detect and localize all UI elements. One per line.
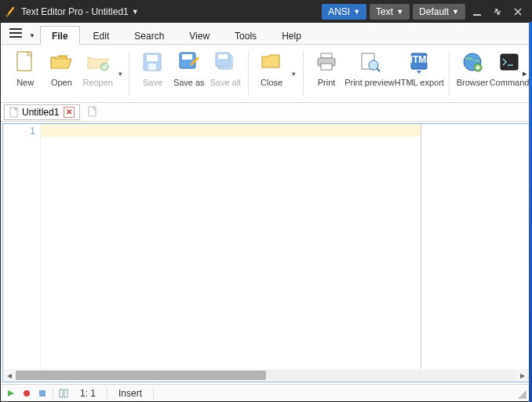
svg-rect-14 [321, 53, 332, 58]
svg-rect-10 [182, 54, 192, 60]
cursor-position: 1: 1 [74, 388, 102, 399]
scroll-left-button[interactable]: ◂ [3, 369, 16, 382]
app-icon [5, 6, 16, 17]
filetype-selector[interactable]: Text▼ [370, 4, 410, 20]
svg-rect-1 [9, 28, 22, 30]
encoding-label: ANSI [328, 6, 350, 17]
maximize-button[interactable] [489, 4, 506, 20]
ribbon-print[interactable]: Print [308, 46, 344, 100]
folder-open-icon [49, 49, 74, 75]
encoding-selector[interactable]: ANSI▼ [322, 4, 366, 20]
ribbon-separator [449, 51, 450, 96]
scroll-right-button[interactable]: ▸ [516, 369, 529, 382]
minimize-button[interactable] [468, 4, 486, 20]
main-menu-dropdown-icon[interactable]: ▼ [29, 32, 35, 39]
position-icon [58, 388, 69, 399]
scroll-track[interactable] [16, 371, 516, 380]
scroll-thumb[interactable] [16, 371, 266, 380]
resize-grip[interactable]: ◢ [518, 387, 527, 400]
svg-rect-28 [60, 389, 63, 397]
svg-rect-8 [148, 64, 156, 70]
save-icon [140, 49, 165, 75]
ribbon-new[interactable]: New [7, 46, 43, 100]
svg-rect-23 [501, 54, 518, 70]
ribbon-separator [129, 51, 129, 96]
new-document-icon [13, 49, 38, 75]
save-as-icon [177, 49, 202, 75]
ribbon-separator [248, 51, 249, 96]
menu-tab-edit[interactable]: Edit [82, 26, 122, 45]
new-document-tab-button[interactable] [88, 106, 99, 119]
svg-rect-2 [9, 32, 22, 34]
ribbon-print-preview[interactable]: Print preview [344, 46, 395, 100]
save-all-icon [213, 49, 238, 75]
document-tab-close-icon[interactable]: ✕ [64, 107, 75, 118]
app-title: Text Editor Pro - Untitled1 [21, 6, 129, 17]
svg-rect-29 [64, 389, 67, 397]
ribbon-open[interactable]: Open [43, 46, 79, 100]
menu-tab-file[interactable]: File [40, 26, 80, 45]
ribbon-save-all: Save all [207, 46, 243, 100]
document-tab[interactable]: Untitled1 ✕ [4, 104, 80, 120]
insert-mode[interactable]: Insert [112, 388, 148, 399]
ribbon-browser[interactable]: Browser [454, 46, 490, 100]
ribbon-save-as[interactable]: Save as [171, 46, 207, 100]
ribbon-reopen[interactable]: Reopen [80, 46, 116, 100]
svg-text:HTML: HTML [407, 54, 431, 65]
printer-icon [314, 49, 339, 75]
ribbon-reopen-dropdown[interactable]: ▾ [116, 46, 125, 100]
macro-play-icon[interactable] [5, 388, 16, 399]
window-right-edge [529, 22, 532, 402]
right-margin [421, 124, 529, 369]
menu-tab-tools[interactable]: Tools [223, 26, 268, 45]
text-area[interactable] [41, 124, 421, 369]
html-export-icon: HTML [406, 49, 432, 75]
terminal-icon [497, 49, 522, 75]
svg-rect-13 [218, 54, 228, 59]
app-name-text: Text Editor Pro [21, 6, 83, 17]
ribbon-separator [303, 51, 304, 96]
theme-selector[interactable]: Default▼ [413, 4, 465, 20]
ribbon-toolbar: New Open Reopen ▾ Save Save as Save all … [1, 45, 531, 103]
svg-rect-16 [321, 64, 332, 70]
editor-pane: 1 ◂ ▸ [2, 123, 530, 382]
title-document: Untitled1 [91, 6, 128, 17]
document-tab-bar: Untitled1 ✕ [1, 103, 531, 122]
close-button[interactable] [509, 4, 527, 20]
svg-rect-3 [9, 36, 22, 38]
folder-close-icon [259, 49, 284, 75]
menu-tab-search[interactable]: Search [122, 26, 176, 45]
ribbon-close-dropdown[interactable]: ▾ [290, 46, 298, 100]
print-preview-icon [357, 49, 382, 75]
status-bar: 1: 1 Insert ◢ [1, 384, 531, 401]
svg-point-5 [100, 63, 108, 71]
macro-record-icon[interactable] [21, 388, 32, 399]
ribbon-save: Save [134, 46, 170, 100]
main-menu-button[interactable] [5, 24, 26, 42]
folder-reopen-icon [86, 49, 111, 75]
document-icon [9, 107, 19, 118]
menu-tab-help[interactable]: Help [270, 26, 313, 45]
svg-point-26 [24, 390, 30, 397]
document-tab-label: Untitled1 [22, 107, 59, 118]
svg-rect-7 [147, 55, 158, 61]
editor-body[interactable]: 1 [3, 124, 529, 369]
line-number: 1 [3, 126, 35, 137]
line-number-gutter: 1 [3, 124, 41, 369]
ribbon-html-export[interactable]: HTML HTML export [395, 46, 444, 100]
theme-label: Default [419, 6, 449, 17]
menu-bar: ▼ File Edit Search View Tools Help [1, 23, 531, 45]
filetype-label: Text [376, 6, 393, 17]
menu-tab-view[interactable]: View [177, 26, 221, 45]
title-bar: Text Editor Pro - Untitled1 ▼ ANSI▼ Text… [1, 1, 531, 23]
svg-rect-27 [39, 390, 46, 397]
globe-icon [460, 49, 485, 75]
title-dropdown-icon[interactable]: ▼ [132, 8, 139, 16]
ribbon-close[interactable]: Close [253, 46, 290, 100]
macro-stop-icon[interactable] [37, 388, 48, 399]
svg-rect-0 [473, 14, 481, 16]
title-separator: - [83, 6, 92, 17]
horizontal-scrollbar[interactable]: ◂ ▸ [3, 369, 529, 382]
